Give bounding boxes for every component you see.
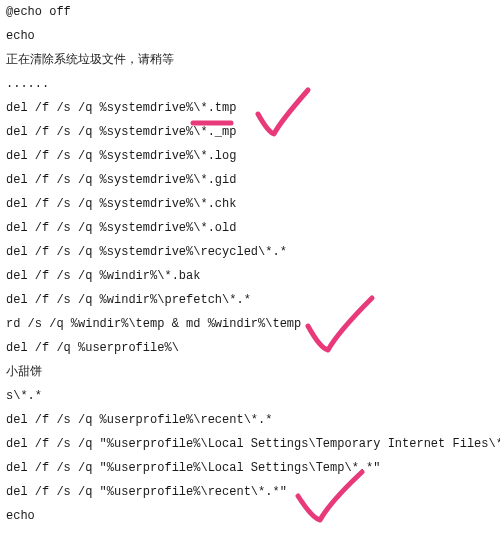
batch-script-document: @echo off echo 正在清除系统垃圾文件，请稍等 ...... del… (0, 0, 500, 534)
code-line: echo (6, 30, 500, 54)
code-line: del /f /s /q "%userprofile%\Local Settin… (6, 438, 500, 462)
code-line: del /f /s /q %systemdrive%\*.gid (6, 174, 500, 198)
code-line: del /f /s /q %systemdrive%\*.tmp (6, 102, 500, 126)
code-line: del /f /s /q %systemdrive%\recycled\*.* (6, 246, 500, 270)
code-line: del /f /s /q %systemdrive%\*.old (6, 222, 500, 246)
code-line: del /f /s /q %windir%\prefetch\*.* (6, 294, 500, 318)
code-line: del /f /s /q %systemdrive%\*._mp (6, 126, 500, 150)
code-line: 小甜饼 (6, 366, 500, 390)
code-line: rd /s /q %windir%\temp & md %windir%\tem… (6, 318, 500, 342)
code-line: del /f /s /q %systemdrive%\*.chk (6, 198, 500, 222)
code-line: del /f /s /q %windir%\*.bak (6, 270, 500, 294)
code-line: del /f /s /q %userprofile%\recent\*.* (6, 414, 500, 438)
code-line: del /f /s /q "%userprofile%\Local Settin… (6, 462, 500, 486)
code-line: del /f /q %userprofile%\ (6, 342, 500, 366)
code-line: 正在清除系统垃圾文件，请稍等 (6, 54, 500, 78)
code-line: ...... (6, 78, 500, 102)
code-line: del /f /s /q %systemdrive%\*.log (6, 150, 500, 174)
code-line: @echo off (6, 6, 500, 30)
code-line: del /f /s /q "%userprofile%\recent\*.*" (6, 486, 500, 510)
code-line: echo (6, 510, 500, 534)
code-line: s\*.* (6, 390, 500, 414)
